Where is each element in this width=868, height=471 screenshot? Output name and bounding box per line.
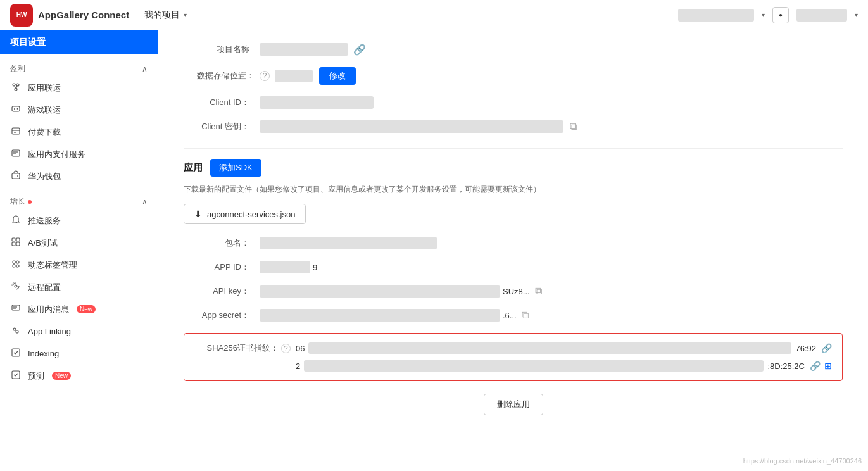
- svg-line-5: [16, 86, 18, 89]
- app-union-icon: [10, 82, 22, 94]
- client-secret-row: Client 密钥： ⧉: [184, 120, 843, 133]
- in-app-msg-badge: New: [77, 305, 96, 313]
- add-sha-icon[interactable]: ⊞: [824, 361, 832, 371]
- sidebar-item-indexing[interactable]: Indexing: [0, 342, 158, 365]
- app-id-label: APP ID：: [184, 261, 260, 273]
- dynamic-tag-icon: [10, 259, 22, 271]
- client-id-label: Client ID：: [184, 97, 260, 108]
- copy-app-secret-icon[interactable]: ⧉: [522, 310, 529, 321]
- sha-row2-start: 2: [296, 361, 300, 371]
- section-yingli-title: 盈利 ∧: [0, 57, 158, 77]
- main-content: 项目名称 🔗 数据存储位置： ? 修改 Client ID： Client 密钥…: [158, 30, 868, 471]
- section-zengzhang: 增长 ∧ 推送服务 A/B测试 动态: [0, 190, 158, 387]
- section-zengzhang-chevron[interactable]: ∧: [142, 198, 148, 206]
- project-edit-icon[interactable]: 🔗: [353, 44, 366, 56]
- client-secret-blur: [260, 120, 563, 133]
- svg-rect-17: [12, 173, 20, 179]
- svg-point-26: [16, 265, 19, 267]
- nav-menu[interactable]: 我的项目 ▾: [144, 9, 187, 21]
- nav-label: 我的项目: [144, 9, 180, 21]
- watermark: https://blog.csdn.net/weixin_44700246: [743, 457, 862, 465]
- package-name-blur: [260, 237, 437, 249]
- svg-rect-6: [12, 106, 20, 111]
- add-sdk-button[interactable]: 添加SDK: [210, 159, 261, 177]
- api-key-suffix: SUz8...: [503, 287, 530, 296]
- api-key-label: API key：: [184, 286, 260, 297]
- header-blur-right: [796, 9, 847, 22]
- svg-rect-20: [16, 238, 20, 241]
- svg-rect-22: [16, 242, 20, 246]
- app-id-row: APP ID： 9: [184, 261, 843, 273]
- svg-point-10: [17, 109, 18, 110]
- svg-rect-14: [12, 150, 20, 156]
- modify-button[interactable]: 修改: [319, 67, 356, 85]
- in-app-payment-icon: [10, 148, 22, 160]
- project-name-value: 🔗: [260, 43, 366, 56]
- predict-icon: [10, 370, 22, 382]
- header-logo: HW AppGallery Connect: [10, 4, 129, 27]
- sha-box: SHA256证书指纹： ? 06 76:92 🔗 2 :8D:25:2C 🔗 ⊞: [184, 333, 843, 381]
- download-btn[interactable]: ⬇ agconnect-services.json: [184, 204, 306, 224]
- header-right-arrow[interactable]: ▾: [855, 11, 858, 18]
- delete-app-button[interactable]: 删除应用: [484, 394, 543, 415]
- header-right: ▾ ● ▾: [678, 7, 858, 23]
- sha-question-icon[interactable]: ?: [281, 344, 291, 353]
- data-location-question-icon[interactable]: ?: [260, 71, 270, 81]
- client-secret-label: Client 密钥：: [184, 121, 260, 132]
- project-name-row: 项目名称 🔗: [184, 43, 843, 56]
- svg-rect-19: [12, 238, 15, 241]
- sha-row1-blur: [308, 342, 791, 354]
- ab-test-icon: [10, 237, 22, 249]
- sidebar-item-dynamic-tag[interactable]: 动态标签管理: [0, 254, 158, 276]
- sidebar-item-in-app-msg[interactable]: 应用内消息 New: [0, 298, 158, 320]
- svg-point-18: [17, 175, 18, 177]
- app-secret-row: App secret： .6... ⧉: [184, 309, 843, 322]
- sha-row2-end: :8D:25:2C: [767, 361, 805, 371]
- zengzhang-dot: [28, 200, 32, 204]
- sidebar-item-game-union[interactable]: 游戏联运: [0, 99, 158, 121]
- app-name: AppGallery Connect: [38, 9, 129, 20]
- sha-row2-blur: [304, 360, 764, 372]
- indexing-icon: [10, 348, 22, 360]
- svg-point-24: [16, 261, 19, 263]
- package-name-row: 包名：: [184, 237, 843, 249]
- sidebar-item-paid-download[interactable]: 付费下载: [0, 121, 158, 143]
- sha-label: SHA256证书指纹： ?: [194, 342, 296, 354]
- sidebar-item-push-service[interactable]: 推送服务: [0, 210, 158, 232]
- svg-rect-11: [12, 128, 20, 134]
- svg-line-4: [15, 86, 16, 89]
- package-name-label: 包名：: [184, 237, 260, 249]
- svg-rect-30: [12, 305, 20, 310]
- in-app-msg-icon: [10, 303, 22, 315]
- app-linking-icon: [10, 325, 22, 337]
- game-union-icon: [10, 104, 22, 116]
- svg-point-25: [13, 265, 15, 267]
- copy-api-key-icon[interactable]: ⧉: [535, 286, 542, 297]
- huawei-wallet-icon: [10, 170, 22, 182]
- data-location-blur: [275, 70, 313, 82]
- sidebar-item-remote-config[interactable]: 远程配置: [0, 276, 158, 298]
- sidebar-item-huawei-wallet[interactable]: 华为钱包: [0, 165, 158, 187]
- app-id-blur: [260, 261, 310, 273]
- sidebar-item-in-app-payment[interactable]: 应用内支付服务: [0, 143, 158, 165]
- copy-client-secret-icon[interactable]: ⧉: [570, 121, 577, 132]
- sidebar-item-app-union[interactable]: 应用联运: [0, 77, 158, 99]
- app-section-row: 应用 添加SDK: [184, 159, 843, 177]
- dot-icon: ●: [779, 11, 783, 18]
- sidebar-active-item[interactable]: 项目设置: [0, 30, 158, 54]
- section-yingli-chevron[interactable]: ∧: [142, 65, 148, 73]
- download-note: 下载最新的配置文件（如果您修改了项目、应用信息或者更改了某个开发服务设置，可能需…: [184, 184, 843, 195]
- sidebar-item-predict[interactable]: 预测 New: [0, 365, 158, 387]
- nav-arrow-icon: ▾: [184, 11, 187, 18]
- copy-sha1-icon[interactable]: 🔗: [821, 343, 832, 353]
- header-dot-btn[interactable]: ●: [772, 7, 789, 23]
- layout: 项目设置 盈利 ∧ 应用联运 游戏联运: [0, 30, 868, 471]
- svg-rect-34: [12, 349, 20, 356]
- svg-rect-35: [12, 371, 20, 379]
- copy-sha2-icon[interactable]: 🔗: [810, 361, 821, 371]
- header-dropdown-arrow[interactable]: ▾: [762, 11, 765, 18]
- section-yingli: 盈利 ∧ 应用联运 游戏联运 付费下载: [0, 57, 158, 187]
- sidebar-item-app-linking[interactable]: App Linking: [0, 320, 158, 342]
- header: HW AppGallery Connect 我的项目 ▾ ▾ ● ▾: [0, 0, 868, 30]
- sidebar-item-ab-test[interactable]: A/B测试: [0, 232, 158, 254]
